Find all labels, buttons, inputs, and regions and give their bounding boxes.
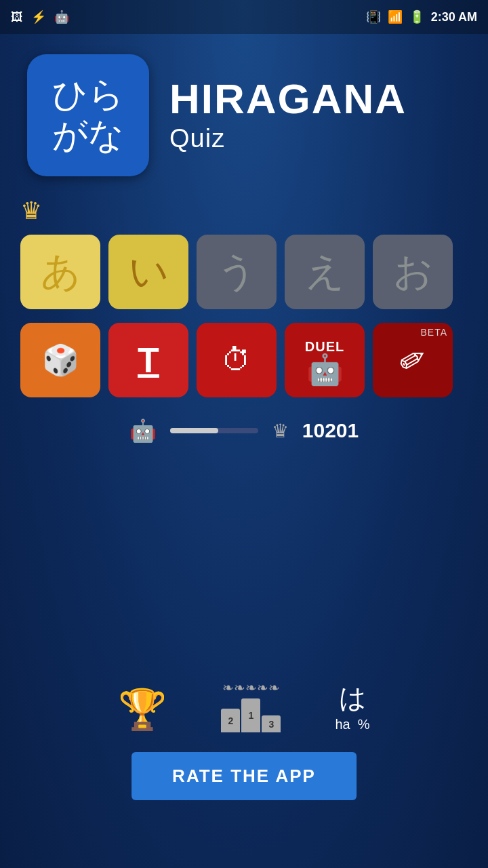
clock: 2:30 AM xyxy=(431,10,477,24)
score-crown-icon: ♛ xyxy=(272,420,289,442)
rate-app-button[interactable]: RATE THE APP xyxy=(131,752,357,800)
hiragana-percent-sub: ha % xyxy=(335,717,369,732)
podium-visual: ❧❧❧❧❧ 2 1 3 xyxy=(221,679,281,732)
hiragana-char-icon: は xyxy=(339,679,367,717)
pencil-icon: ✏ xyxy=(393,339,433,381)
timer-icon: ⏱ xyxy=(222,345,251,375)
random-mode-button[interactable]: 🎲 xyxy=(20,323,100,397)
crown-icon: ♛ xyxy=(20,197,42,224)
char-tile-u[interactable]: う xyxy=(197,235,277,309)
progress-bar xyxy=(170,428,258,433)
char-tiles: あ い う え お xyxy=(0,229,488,323)
usb-icon: ⚡ xyxy=(31,9,46,24)
score-number: 10201 xyxy=(302,419,359,442)
beta-mode-button[interactable]: BETA ✏ xyxy=(373,323,453,397)
status-right: 📳 📶 🔋 2:30 AM xyxy=(366,9,477,24)
char-tile-i[interactable]: い xyxy=(108,235,188,309)
bottom-icons: 🏆 ❧❧❧❧❧ 2 1 3 は ha % xyxy=(0,679,488,732)
stats-item[interactable]: は ha % xyxy=(335,679,369,732)
vibrate-icon: 📳 xyxy=(366,9,381,24)
podium-decoration: ❧❧❧❧❧ xyxy=(222,679,280,696)
header: ひらがな HIRAGANA Quiz xyxy=(0,34,488,190)
podium-item[interactable]: ❧❧❧❧❧ 2 1 3 xyxy=(221,679,281,732)
dice-icon: 🎲 xyxy=(42,345,79,375)
progress-fill xyxy=(170,428,219,433)
image-icon: 🖼 xyxy=(11,10,23,24)
battery-icon: 🔋 xyxy=(409,9,424,24)
app-icon-text: ひらがな xyxy=(52,75,124,156)
app-icon: ひらがな xyxy=(27,54,149,176)
podium-col-2: 2 xyxy=(221,709,240,732)
podium-col-3: 3 xyxy=(262,715,281,732)
char-tile-a[interactable]: あ xyxy=(20,235,100,309)
char-tile-o[interactable]: お xyxy=(373,235,453,309)
status-left-icons: 🖼 ⚡ 🤖 xyxy=(11,9,69,24)
leaderboard-item[interactable]: 🏆 xyxy=(118,686,167,732)
text-mode-button[interactable]: T xyxy=(108,323,188,397)
trophy-icon: 🏆 xyxy=(118,686,167,732)
android-notif-icon: 🤖 xyxy=(54,9,69,24)
app-title: HIRAGANA Quiz xyxy=(169,78,407,153)
text-icon: T xyxy=(138,342,159,378)
crown-area: ♛ xyxy=(0,190,488,229)
mode-buttons: 🎲 T ⏱ DUEL 🤖 BETA ✏ xyxy=(0,323,488,411)
signal-icon: 📶 xyxy=(388,9,403,24)
duel-mode-button[interactable]: DUEL 🤖 xyxy=(285,323,365,397)
status-bar: 🖼 ⚡ 🤖 📳 📶 🔋 2:30 AM xyxy=(0,0,488,34)
beta-badge: BETA xyxy=(420,327,447,338)
app-title-sub: Quiz xyxy=(169,124,225,153)
android-duel-icon: 🤖 xyxy=(306,355,344,384)
app-title-main: HIRAGANA xyxy=(169,78,407,120)
podium-col-1: 1 xyxy=(241,698,260,732)
timer-mode-button[interactable]: ⏱ xyxy=(197,323,277,397)
podium-base: 2 1 3 xyxy=(221,698,281,732)
score-area: 🤖 ♛ 10201 xyxy=(0,411,488,457)
char-tile-e[interactable]: え xyxy=(285,235,365,309)
android-small-icon: 🤖 xyxy=(129,418,157,443)
